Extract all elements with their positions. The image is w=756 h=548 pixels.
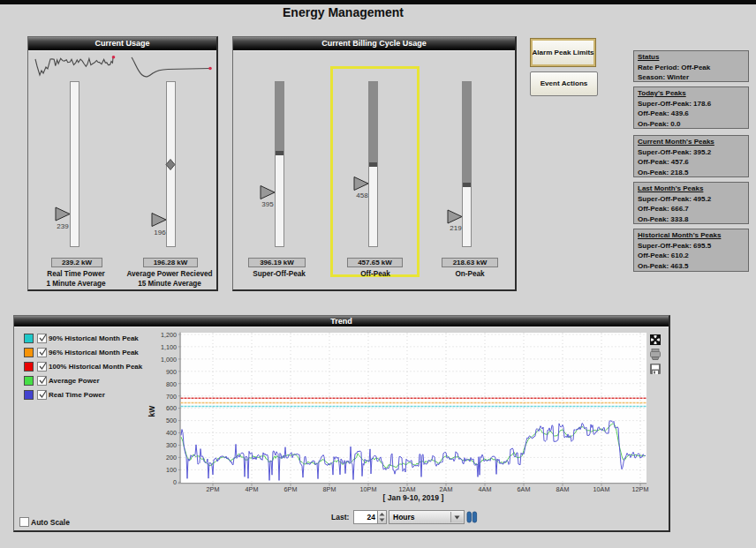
svg-text:[ Jan 9-10, 2019 ]: [ Jan 9-10, 2019 ] [383,493,444,502]
svg-text:200: 200 [166,454,177,462]
svg-text:10PM: 10PM [360,485,377,493]
svg-text:6AM: 6AM [518,485,531,493]
svg-text:2AM: 2AM [440,485,453,493]
svg-text:500: 500 [166,417,177,424]
svg-text:0: 0 [173,478,177,486]
svg-text:1,100: 1,100 [161,343,177,351]
svg-text:6PM: 6PM [284,485,298,493]
svg-text:8PM: 8PM [323,485,336,493]
svg-text:4AM: 4AM [479,485,492,493]
svg-text:400: 400 [166,429,177,437]
svg-text:900: 900 [166,368,177,376]
svg-text:2PM: 2PM [207,485,220,493]
svg-text:12AM: 12AM [399,485,416,493]
svg-text:100: 100 [166,466,177,474]
svg-text:800: 800 [166,380,177,388]
svg-text:700: 700 [166,393,177,401]
svg-text:1,200: 1,200 [161,331,177,339]
svg-text:600: 600 [166,404,177,412]
svg-text:12PM: 12PM [632,485,649,493]
svg-text:300: 300 [166,441,177,449]
svg-text:kW: kW [147,405,156,417]
svg-text:10AM: 10AM [593,485,610,493]
svg-text:8AM: 8AM [556,485,570,493]
svg-text:1,000: 1,000 [161,356,177,364]
svg-text:4PM: 4PM [246,485,259,493]
